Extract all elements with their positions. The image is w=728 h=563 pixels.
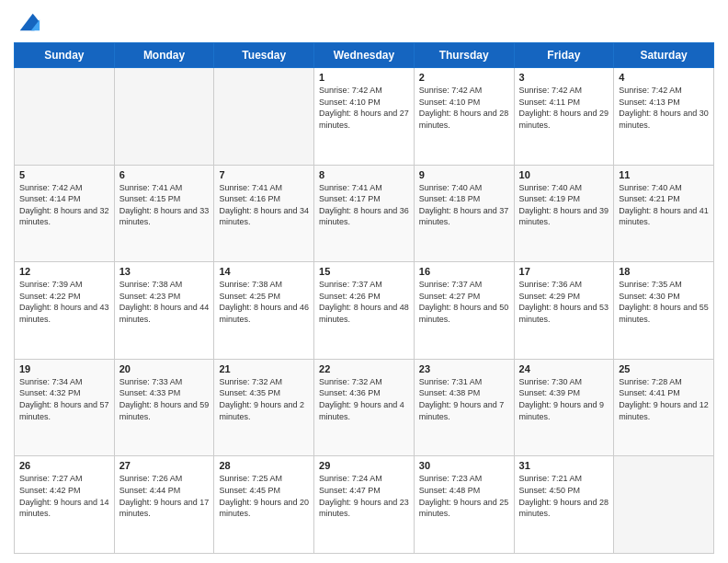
- day-header-monday: Monday: [114, 43, 214, 68]
- day-info: Sunrise: 7:33 AMSunset: 4:33 PMDaylight:…: [119, 376, 210, 422]
- day-info: Sunrise: 7:42 AMSunset: 4:13 PMDaylight:…: [619, 85, 709, 131]
- calendar-cell: 1Sunrise: 7:42 AMSunset: 4:10 PMDaylight…: [314, 68, 415, 166]
- day-info: Sunrise: 7:38 AMSunset: 4:23 PMDaylight:…: [119, 279, 210, 325]
- calendar-week-3: 12Sunrise: 7:39 AMSunset: 4:22 PMDayligh…: [15, 262, 714, 360]
- calendar-cell: 12Sunrise: 7:39 AMSunset: 4:22 PMDayligh…: [15, 262, 115, 360]
- day-number: 23: [419, 363, 509, 374]
- calendar-cell: 13Sunrise: 7:38 AMSunset: 4:23 PMDayligh…: [114, 262, 214, 360]
- day-number: 12: [19, 266, 109, 277]
- day-info: Sunrise: 7:40 AMSunset: 4:18 PMDaylight:…: [419, 182, 509, 228]
- day-header-wednesday: Wednesday: [314, 43, 415, 68]
- calendar-cell: 18Sunrise: 7:35 AMSunset: 4:30 PMDayligh…: [614, 262, 714, 360]
- day-number: 11: [619, 169, 709, 180]
- day-number: 22: [319, 363, 409, 374]
- calendar-cell: 7Sunrise: 7:41 AMSunset: 4:16 PMDaylight…: [214, 165, 314, 262]
- day-number: 26: [19, 460, 109, 471]
- calendar-cell: 15Sunrise: 7:37 AMSunset: 4:26 PMDayligh…: [314, 262, 415, 360]
- header: [14, 9, 714, 35]
- day-info: Sunrise: 7:42 AMSunset: 4:11 PMDaylight:…: [519, 85, 609, 131]
- calendar-cell: 14Sunrise: 7:38 AMSunset: 4:25 PMDayligh…: [214, 262, 314, 360]
- calendar-cell: 2Sunrise: 7:42 AMSunset: 4:10 PMDaylight…: [414, 68, 514, 166]
- calendar-cell: 17Sunrise: 7:36 AMSunset: 4:29 PMDayligh…: [514, 262, 614, 360]
- day-info: Sunrise: 7:24 AMSunset: 4:47 PMDaylight:…: [319, 473, 409, 519]
- day-info: Sunrise: 7:26 AMSunset: 4:44 PMDaylight:…: [119, 473, 210, 519]
- day-number: 28: [219, 460, 309, 471]
- day-info: Sunrise: 7:34 AMSunset: 4:32 PMDaylight:…: [19, 376, 109, 422]
- calendar-week-4: 19Sunrise: 7:34 AMSunset: 4:32 PMDayligh…: [15, 359, 714, 456]
- calendar-table: SundayMondayTuesdayWednesdayThursdayFrid…: [14, 42, 714, 554]
- calendar-cell: [214, 68, 314, 166]
- day-number: 16: [419, 266, 509, 277]
- day-info: Sunrise: 7:27 AMSunset: 4:42 PMDaylight:…: [19, 473, 109, 519]
- day-number: 6: [119, 169, 210, 180]
- day-number: 10: [519, 169, 609, 180]
- calendar-cell: 11Sunrise: 7:40 AMSunset: 4:21 PMDayligh…: [614, 165, 714, 262]
- day-number: 15: [319, 266, 409, 277]
- day-header-friday: Friday: [514, 43, 614, 68]
- calendar-cell: 19Sunrise: 7:34 AMSunset: 4:32 PMDayligh…: [15, 359, 115, 456]
- day-info: Sunrise: 7:39 AMSunset: 4:22 PMDaylight:…: [19, 279, 109, 325]
- day-info: Sunrise: 7:40 AMSunset: 4:21 PMDaylight:…: [619, 182, 709, 228]
- day-number: 14: [219, 266, 309, 277]
- day-number: 13: [119, 266, 210, 277]
- day-info: Sunrise: 7:37 AMSunset: 4:26 PMDaylight:…: [319, 279, 409, 325]
- day-info: Sunrise: 7:32 AMSunset: 4:35 PMDaylight:…: [219, 376, 309, 422]
- day-number: 30: [419, 460, 509, 471]
- calendar-header-row: SundayMondayTuesdayWednesdayThursdayFrid…: [15, 43, 714, 68]
- day-info: Sunrise: 7:30 AMSunset: 4:39 PMDaylight:…: [519, 376, 609, 422]
- calendar-cell: 10Sunrise: 7:40 AMSunset: 4:19 PMDayligh…: [514, 165, 614, 262]
- day-info: Sunrise: 7:35 AMSunset: 4:30 PMDaylight:…: [619, 279, 709, 325]
- day-number: 19: [19, 363, 109, 374]
- calendar-cell: 28Sunrise: 7:25 AMSunset: 4:45 PMDayligh…: [214, 456, 314, 554]
- calendar-cell: 20Sunrise: 7:33 AMSunset: 4:33 PMDayligh…: [114, 359, 214, 456]
- calendar-cell: 8Sunrise: 7:41 AMSunset: 4:17 PMDaylight…: [314, 165, 415, 262]
- day-info: Sunrise: 7:25 AMSunset: 4:45 PMDaylight:…: [219, 473, 309, 519]
- day-info: Sunrise: 7:42 AMSunset: 4:10 PMDaylight:…: [319, 85, 409, 131]
- day-info: Sunrise: 7:38 AMSunset: 4:25 PMDaylight:…: [219, 279, 309, 325]
- day-info: Sunrise: 7:37 AMSunset: 4:27 PMDaylight:…: [419, 279, 509, 325]
- day-info: Sunrise: 7:32 AMSunset: 4:36 PMDaylight:…: [319, 376, 409, 422]
- day-number: 18: [619, 266, 709, 277]
- day-number: 2: [419, 72, 509, 83]
- day-info: Sunrise: 7:40 AMSunset: 4:19 PMDaylight:…: [519, 182, 609, 228]
- calendar-cell: 26Sunrise: 7:27 AMSunset: 4:42 PMDayligh…: [15, 456, 115, 554]
- calendar-cell: 24Sunrise: 7:30 AMSunset: 4:39 PMDayligh…: [514, 359, 614, 456]
- day-number: 7: [219, 169, 309, 180]
- day-info: Sunrise: 7:31 AMSunset: 4:38 PMDaylight:…: [419, 376, 509, 422]
- day-info: Sunrise: 7:21 AMSunset: 4:50 PMDaylight:…: [519, 473, 609, 519]
- calendar-cell: 3Sunrise: 7:42 AMSunset: 4:11 PMDaylight…: [514, 68, 614, 166]
- calendar-cell: 16Sunrise: 7:37 AMSunset: 4:27 PMDayligh…: [414, 262, 514, 360]
- calendar-cell: 5Sunrise: 7:42 AMSunset: 4:14 PMDaylight…: [15, 165, 115, 262]
- day-number: 24: [519, 363, 609, 374]
- day-header-thursday: Thursday: [414, 43, 514, 68]
- day-number: 17: [519, 266, 609, 277]
- calendar-cell: 23Sunrise: 7:31 AMSunset: 4:38 PMDayligh…: [414, 359, 514, 456]
- calendar-cell: 9Sunrise: 7:40 AMSunset: 4:18 PMDaylight…: [414, 165, 514, 262]
- day-info: Sunrise: 7:41 AMSunset: 4:15 PMDaylight:…: [119, 182, 210, 228]
- day-number: 4: [619, 72, 709, 83]
- calendar-cell: 6Sunrise: 7:41 AMSunset: 4:15 PMDaylight…: [114, 165, 214, 262]
- day-number: 21: [219, 363, 309, 374]
- logo: [14, 9, 41, 35]
- day-header-tuesday: Tuesday: [214, 43, 314, 68]
- calendar-cell: 22Sunrise: 7:32 AMSunset: 4:36 PMDayligh…: [314, 359, 415, 456]
- day-info: Sunrise: 7:42 AMSunset: 4:14 PMDaylight:…: [19, 182, 109, 228]
- calendar-cell: 30Sunrise: 7:23 AMSunset: 4:48 PMDayligh…: [414, 456, 514, 554]
- calendar-cell: [114, 68, 214, 166]
- calendar-cell: 29Sunrise: 7:24 AMSunset: 4:47 PMDayligh…: [314, 456, 415, 554]
- day-info: Sunrise: 7:28 AMSunset: 4:41 PMDaylight:…: [619, 376, 709, 422]
- calendar-week-5: 26Sunrise: 7:27 AMSunset: 4:42 PMDayligh…: [15, 456, 714, 554]
- calendar-cell: 31Sunrise: 7:21 AMSunset: 4:50 PMDayligh…: [514, 456, 614, 554]
- day-info: Sunrise: 7:36 AMSunset: 4:29 PMDaylight:…: [519, 279, 609, 325]
- calendar-cell: 27Sunrise: 7:26 AMSunset: 4:44 PMDayligh…: [114, 456, 214, 554]
- calendar-cell: [614, 456, 714, 554]
- day-number: 1: [319, 72, 409, 83]
- day-info: Sunrise: 7:42 AMSunset: 4:10 PMDaylight:…: [419, 85, 509, 131]
- day-number: 31: [519, 460, 609, 471]
- day-number: 20: [119, 363, 210, 374]
- day-number: 25: [619, 363, 709, 374]
- calendar-cell: 21Sunrise: 7:32 AMSunset: 4:35 PMDayligh…: [214, 359, 314, 456]
- calendar-cell: 4Sunrise: 7:42 AMSunset: 4:13 PMDaylight…: [614, 68, 714, 166]
- day-number: 5: [19, 169, 109, 180]
- day-info: Sunrise: 7:41 AMSunset: 4:17 PMDaylight:…: [319, 182, 409, 228]
